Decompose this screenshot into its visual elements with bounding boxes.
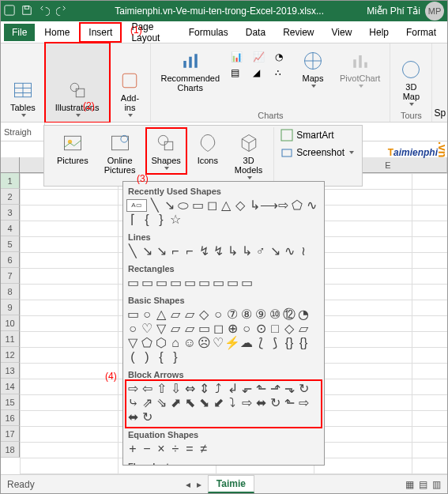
autosave-icon[interactable] [4,5,15,18]
menu-review[interactable]: Review [275,24,322,41]
shape-item[interactable]: ▭ [191,199,204,212]
shape-item[interactable]: ╲ [149,199,161,212]
3d-models-button[interactable]: 3D Models [230,129,267,183]
menu-data[interactable]: Data [238,24,273,41]
shape-item[interactable]: ↻ [269,397,281,409]
shape-item[interactable]: ⑨ [254,308,267,321]
shape-item[interactable]: ⌈ [126,213,139,226]
shape-item[interactable]: ⬈ [169,397,182,409]
shape-item[interactable]: × [155,443,168,455]
shape-item[interactable]: − [141,443,153,455]
shape-item[interactable]: ⬌ [126,411,139,424]
shape-item[interactable]: ⬊ [198,397,210,409]
shape-item[interactable]: ⬋ [212,397,224,409]
shape-item[interactable]: ▱ [183,308,196,321]
shape-item[interactable]: ↘ [163,199,175,212]
line-chart-icon[interactable]: 📈 [253,51,269,62]
shape-item[interactable]: ≀ [297,245,310,258]
pie-chart-icon[interactable]: ◔ [275,51,291,62]
select-all-corner[interactable] [1,157,20,173]
row-header[interactable]: 11 [1,331,20,347]
maps-button[interactable]: Maps [297,47,329,91]
shape-item[interactable]: ▱ [297,322,310,335]
shape-item[interactable]: ⇩ [169,383,182,395]
shape-item[interactable]: ⇘ [155,397,168,409]
row-header[interactable]: 18 [1,442,20,458]
shape-item[interactable]: ⌐ [183,245,196,258]
shape-item[interactable]: ☆ [169,213,182,226]
shape-item[interactable]: ↘ [155,245,168,258]
name-box[interactable]: Straigh [1,123,45,141]
shape-item[interactable]: ↳ [240,245,253,258]
shape-item[interactable]: ↯ [198,245,210,258]
recommended-charts-button[interactable]: Recommended Charts [156,47,224,96]
menu-home[interactable]: Home [36,24,77,41]
row-header[interactable]: 16 [1,410,20,426]
shape-item[interactable]: ▱ [169,308,182,321]
menu-help[interactable]: Help [361,24,397,41]
row-header[interactable]: 7 [1,268,20,284]
redo-icon[interactable] [56,5,67,18]
shape-item[interactable]: ▭ [198,322,210,335]
shape-item[interactable]: ▭ [169,277,182,289]
menu-formulas[interactable]: Formulas [181,24,236,41]
shape-item[interactable]: ⬉ [183,397,196,409]
shape-item[interactable]: ☁ [240,337,253,349]
shape-item[interactable]: ) [141,351,153,364]
shape-item[interactable]: ⇔ [183,383,196,395]
row-header[interactable]: 14 [1,379,20,394]
shape-item[interactable]: ☺ [183,337,196,349]
shape-item[interactable]: ⇕ [198,383,210,395]
shape-item[interactable]: ▭ [198,277,210,289]
area-chart-icon[interactable]: ◢ [253,67,269,78]
shape-item[interactable]: ☹ [198,337,210,349]
tab-nav-prev[interactable]: ◂ [186,479,190,490]
shape-item[interactable]: ⇨ [240,397,253,409]
save-icon[interactable] [21,5,32,18]
row-header[interactable]: 5 [1,236,20,252]
shape-item[interactable]: ▭ [212,277,224,289]
shape-item[interactable]: ⟆ [269,337,281,349]
shape-item[interactable]: ◇ [283,322,296,335]
screenshot-button[interactable]: Screenshot [280,146,354,159]
shape-item[interactable]: ▽ [155,322,168,335]
pictures-button[interactable]: Pictures [52,129,93,168]
smartart-button[interactable]: SmartArt [280,129,333,141]
shape-item[interactable]: ↲ [226,383,239,395]
shape-item[interactable]: ⟅ [254,337,267,349]
row-header[interactable]: 10 [1,315,20,331]
shape-item[interactable]: ◻ [212,322,224,335]
shape-item[interactable]: ⑧ [240,308,253,321]
sheet-tab[interactable]: Taimie [208,475,254,493]
3d-map-button[interactable]: 3D Map [395,55,427,109]
shape-item[interactable]: ⬡ [155,337,168,349]
shape-item[interactable]: ⬑ [254,383,267,395]
view-normal-icon[interactable]: ▦ [405,479,414,490]
shape-item[interactable]: ⬑ [283,397,296,409]
shape-item[interactable]: ▱ [183,322,196,335]
tables-button[interactable]: Tables [6,76,40,120]
shape-item[interactable]: ▽ [126,337,139,349]
column-chart-icon[interactable]: 📊 [231,51,247,62]
shape-item[interactable]: = [183,443,196,455]
shape-item[interactable]: ⬐ [240,383,253,395]
shape-item[interactable]: ▭ [183,277,196,289]
shape-item[interactable]: + [126,443,139,455]
shape-item[interactable]: ⑦ [226,308,239,321]
row-header[interactable]: 17 [1,426,20,442]
online-pictures-button[interactable]: Online Pictures [100,129,141,178]
shape-item[interactable]: ▭ [226,277,239,289]
shape-item[interactable]: ⬠ [141,337,153,349]
addins-button[interactable]: Add- ins [114,66,145,120]
shape-item[interactable]: ⊙ [254,322,267,335]
row-header[interactable]: 13 [1,363,20,379]
scatter-chart-icon[interactable]: ∴ [275,67,291,78]
user-info[interactable]: Miễn Phí Tải MP [367,2,444,21]
shape-item[interactable]: ▭ [141,277,153,289]
shape-item[interactable]: ⌂ [169,337,182,349]
row-header[interactable]: 4 [1,221,20,236]
shape-item[interactable]: ♡ [141,322,153,335]
row-header[interactable]: 8 [1,284,20,300]
shape-item[interactable]: ○ [126,322,139,335]
pivotchart-button[interactable]: PivotChart [335,47,385,91]
